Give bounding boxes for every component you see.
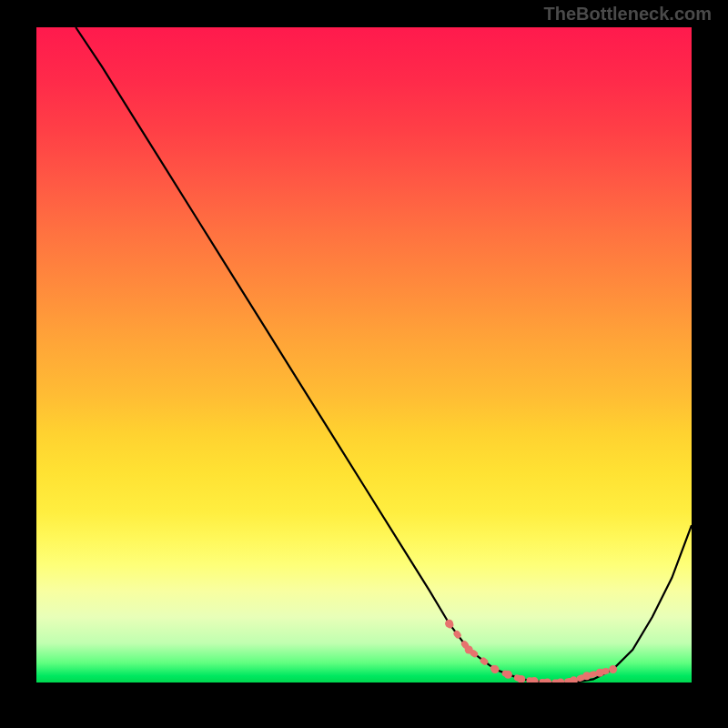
marker-dot [491, 665, 500, 673]
marker-dot [582, 672, 591, 680]
marker-dot [543, 679, 551, 683]
marker-dot [570, 676, 578, 682]
marker-dot [557, 679, 565, 683]
chart-svg [36, 27, 692, 682]
marker-dot [465, 646, 473, 654]
marker-group [445, 620, 617, 682]
marker-dot [445, 620, 453, 628]
watermark-text: TheBottleneck.com [544, 4, 712, 25]
plot-area [36, 27, 692, 682]
bottleneck-curve [76, 27, 692, 682]
marker-dot [596, 669, 604, 677]
marker-dot [609, 665, 617, 673]
marker-dot [504, 671, 512, 679]
